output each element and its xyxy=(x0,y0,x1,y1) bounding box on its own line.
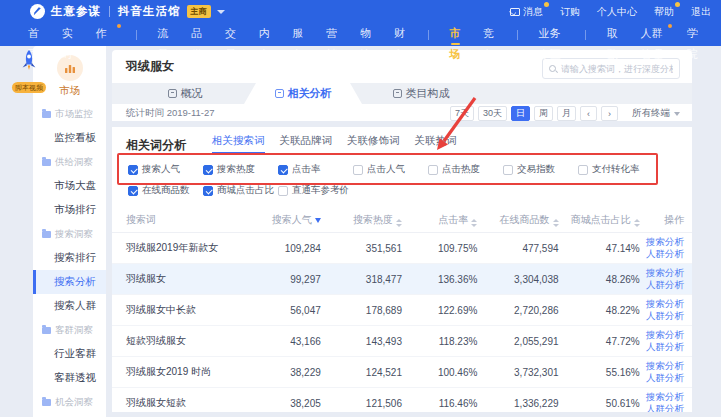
search-analysis-link[interactable]: 搜索分析 xyxy=(640,236,684,248)
metric-filter-2-2[interactable]: 直通车参考价 xyxy=(278,184,353,197)
metric-filter-1-2[interactable]: 点击率 xyxy=(278,163,353,176)
table-row-4[interactable]: 羽绒服女2019 时尚38,229124,521100.46%3,732,301… xyxy=(112,357,692,388)
related-word-tab-2[interactable]: 关联修饰词 xyxy=(347,134,400,154)
nav-item-3[interactable]: 流量 xyxy=(157,23,170,46)
sidebar-item-1-1[interactable]: 市场排行 xyxy=(33,198,106,222)
audience-analysis-link[interactable]: 人群分析 xyxy=(640,403,684,412)
metric-filter-2-1[interactable]: 商城点击占比 xyxy=(203,184,278,197)
checkbox-unchecked[interactable] xyxy=(353,165,363,175)
audience-analysis-link[interactable]: 人群分析 xyxy=(640,341,684,353)
column-header-3[interactable]: 点击率 xyxy=(402,207,477,233)
checkbox-checked[interactable] xyxy=(278,165,288,175)
search-analysis-link[interactable]: 搜索分析 xyxy=(640,360,684,372)
nav-item-6[interactable]: 内容 xyxy=(259,23,272,46)
tab-0[interactable]: 概况 xyxy=(126,83,244,104)
nav-item-13[interactable]: 业务专区 xyxy=(539,23,565,46)
user-menu-item-2[interactable]: 个人中心 xyxy=(597,5,637,19)
granularity-button-1[interactable]: 周 xyxy=(534,106,553,121)
related-word-tab-3[interactable]: 关联热词 xyxy=(415,134,457,154)
user-menu-item-0[interactable]: 消息 xyxy=(510,5,543,19)
checkbox-checked[interactable] xyxy=(128,165,138,175)
table-row-3[interactable]: 短款羽绒服女43,166143,493118.23%2,055,29147.72… xyxy=(112,326,692,357)
metric-filter-1-5[interactable]: 交易指数 xyxy=(503,163,578,176)
metric-filter-1-6[interactable]: 支付转化率 xyxy=(578,163,653,176)
table-row-1[interactable]: 羽绒服女99,297318,477136.36%3,304,03848.26%搜… xyxy=(112,264,692,295)
checkbox-unchecked[interactable] xyxy=(578,165,588,175)
next-button[interactable]: › xyxy=(601,106,618,121)
audience-analysis-link[interactable]: 人群分析 xyxy=(640,372,684,384)
nav-item-10[interactable]: 财务 xyxy=(394,23,407,46)
audience-analysis-link[interactable]: 人群分析 xyxy=(640,248,684,260)
sort-icon[interactable] xyxy=(634,219,640,227)
checkbox-checked[interactable] xyxy=(203,165,213,175)
column-header-5[interactable]: 商城点击占比 xyxy=(559,207,640,233)
checkbox-unchecked[interactable] xyxy=(428,165,438,175)
user-menu-item-3[interactable]: 帮助 xyxy=(654,5,674,19)
terminal-filter-dropdown[interactable]: 所有终端 xyxy=(632,107,680,120)
search-analysis-link[interactable]: 搜索分析 xyxy=(640,391,684,403)
related-word-tab-1[interactable]: 关联品牌词 xyxy=(280,134,333,154)
audience-analysis-link[interactable]: 人群分析 xyxy=(640,279,684,291)
assistant-widget[interactable]: 脚本视频 xyxy=(5,49,53,94)
sort-icon[interactable] xyxy=(553,219,559,227)
nav-item-15[interactable]: 人群管理 xyxy=(640,23,666,46)
nav-item-9[interactable]: 物流 xyxy=(360,23,373,46)
sidebar-item-3-1[interactable]: 客群透视 xyxy=(33,366,106,390)
user-menu-item-4[interactable]: 退出 xyxy=(691,5,711,19)
chevron-down-icon[interactable] xyxy=(217,10,225,14)
search-input[interactable] xyxy=(561,64,673,74)
quick-range-button-1[interactable]: 30天 xyxy=(478,106,507,121)
checkbox-checked[interactable] xyxy=(203,186,213,196)
table-row-5[interactable]: 羽绒服女短款38,205121,506116.46%1,336,22950.61… xyxy=(112,388,692,413)
sort-desc-icon[interactable] xyxy=(315,218,321,223)
sidebar-item-1-0[interactable]: 市场大盘 xyxy=(33,174,106,198)
search-analysis-link[interactable]: 搜索分析 xyxy=(640,329,684,341)
checkbox-checked[interactable] xyxy=(128,186,138,196)
quick-range-button-0[interactable]: 7天 xyxy=(450,106,474,121)
related-word-tab-0[interactable]: 相关搜索词 xyxy=(212,134,265,154)
assistant-widget-badge[interactable]: 脚本视频 xyxy=(12,82,46,93)
nav-item-8[interactable]: 营销 xyxy=(326,23,339,46)
sidebar-item-3-0[interactable]: 行业客群 xyxy=(33,342,106,366)
column-header-4[interactable]: 在线商品数 xyxy=(477,207,558,233)
nav-item-7[interactable]: 服务 xyxy=(293,23,306,46)
nav-item-5[interactable]: 交易 xyxy=(225,23,238,46)
search-analysis-link[interactable]: 搜索分析 xyxy=(640,267,684,279)
user-menu: 消息订购个人中心帮助退出 xyxy=(510,5,711,19)
tab-1[interactable]: 相关分析 xyxy=(244,83,362,104)
nav-item-0[interactable]: 首页 xyxy=(28,23,41,46)
column-header-1[interactable]: 搜索人气 xyxy=(245,207,320,233)
metric-filter-1-3[interactable]: 点击人气 xyxy=(353,163,428,176)
search-analysis-link[interactable]: 搜索分析 xyxy=(640,298,684,310)
sidebar-item-2-1[interactable]: 搜索分析 xyxy=(33,270,106,294)
nav-item-2[interactable]: 作战室 xyxy=(96,23,115,46)
metric-filter-1-1[interactable]: 搜索热度 xyxy=(203,163,278,176)
metric-filter-2-0[interactable]: 在线商品数 xyxy=(128,184,203,197)
audience-analysis-link[interactable]: 人群分析 xyxy=(640,310,684,322)
column-header-2[interactable]: 搜索热度 xyxy=(321,207,402,233)
granularity-button-2[interactable]: 月 xyxy=(557,106,576,121)
sort-icon[interactable] xyxy=(396,219,402,227)
nav-item-1[interactable]: 实时 xyxy=(62,23,75,46)
sidebar-item-2-2[interactable]: 搜索人群 xyxy=(33,294,106,318)
nav-item-11[interactable]: 市场 xyxy=(449,23,462,46)
sidebar-item-0-0[interactable]: 监控看板 xyxy=(33,126,106,150)
value-cell: 143,493 xyxy=(321,326,402,357)
nav-item-4[interactable]: 品类 xyxy=(191,23,204,46)
sort-icon[interactable] xyxy=(471,219,477,227)
checkbox-unchecked[interactable] xyxy=(503,165,513,175)
nav-item-14[interactable]: 取数 xyxy=(607,23,620,46)
granularity-button-0[interactable]: 日 xyxy=(511,106,530,121)
user-menu-item-1[interactable]: 订购 xyxy=(560,5,580,19)
prev-button[interactable]: ‹ xyxy=(580,106,597,121)
metric-filter-1-4[interactable]: 点击热度 xyxy=(428,163,503,176)
metric-filter-1-0[interactable]: 搜索人气 xyxy=(128,163,203,176)
checkbox-unchecked[interactable] xyxy=(278,186,288,196)
sidebar-item-2-0[interactable]: 搜索排行 xyxy=(33,246,106,270)
table-row-2[interactable]: 羽绒服女中长款56,047178,689122.69%2,720,28648.2… xyxy=(112,295,692,326)
table-row-0[interactable]: 羽绒服2019年新款女109,284351,561109.75%477,5944… xyxy=(112,233,692,264)
tab-2[interactable]: 类目构成 xyxy=(362,83,480,104)
user-menu-label: 个人中心 xyxy=(597,5,637,19)
nav-item-12[interactable]: 竞争 xyxy=(483,23,496,46)
nav-item-16[interactable]: 学院 xyxy=(687,23,700,46)
